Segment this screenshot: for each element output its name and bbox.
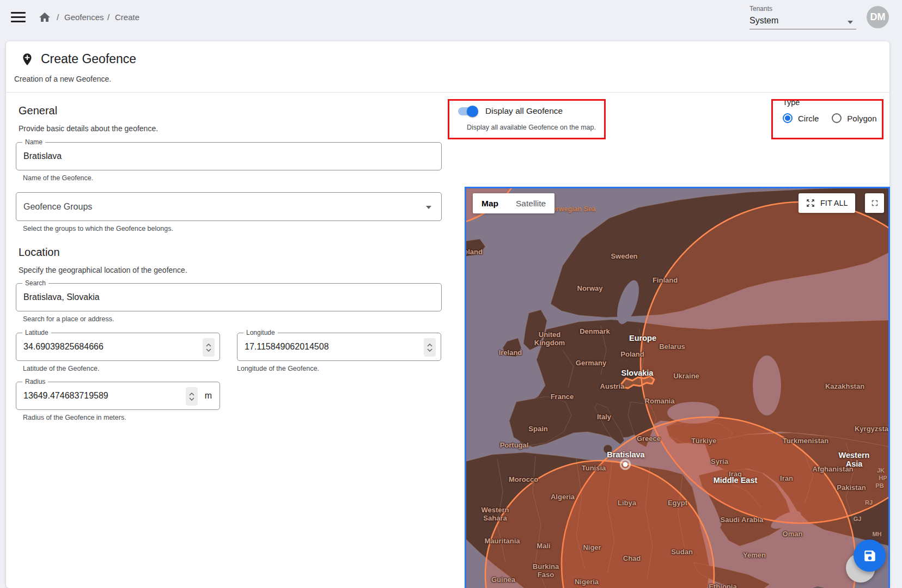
avatar[interactable]: DM — [867, 6, 889, 28]
tenant-value: System — [749, 16, 778, 26]
longitude-helper: Longitude of the Geofence. — [237, 365, 319, 372]
add-location-icon — [20, 52, 34, 66]
radius-field-label: Radius — [22, 378, 48, 385]
number-stepper[interactable] — [186, 387, 198, 406]
fit-all-button[interactable]: FIT ALL — [799, 193, 855, 213]
search-field[interactable]: Search Bratislava, Slovakia — [16, 283, 442, 311]
breadcrumb-geofences[interactable]: Geofences — [64, 13, 104, 22]
location-description: Specify the geographical location of the… — [19, 266, 442, 274]
menu-icon[interactable] — [11, 12, 26, 22]
radio-circle[interactable]: Circle — [783, 113, 819, 123]
longitude-field[interactable]: Longitude 17.115849062014508 — [237, 333, 441, 361]
create-geofence-card: Create Geofence Creation of a new Geofen… — [6, 41, 889, 588]
search-field-value: Bratislava, Slovakia — [23, 292, 100, 302]
display-all-label: Display all Geofence — [485, 106, 563, 116]
general-heading: General — [19, 105, 442, 117]
toggle-knob-icon — [467, 106, 478, 117]
geofence-groups-placeholder: Geofence Groups — [23, 202, 92, 212]
radio-icon — [783, 113, 793, 123]
map-canvas[interactable]: Norwegian SeaelandSwedenFinlandNorwayDen… — [465, 187, 890, 588]
general-description: Provide basic details about the geofence… — [19, 124, 442, 133]
radius-unit: m — [205, 391, 212, 401]
radio-polygon-label: Polygon — [847, 114, 876, 123]
satellite-tab[interactable]: Satellite — [507, 193, 554, 213]
groups-helper: Select the groups to which the Geofence … — [23, 225, 442, 232]
name-helper: Name of the Geofence. — [23, 174, 442, 182]
name-field-label: Name — [22, 138, 45, 146]
number-stepper[interactable] — [424, 338, 436, 357]
radio-icon — [832, 113, 842, 123]
name-field-value: Bratislava — [23, 151, 62, 161]
geofence-groups-select[interactable]: Geofence Groups — [16, 192, 442, 221]
display-all-helper: Display all available Geofence on the ma… — [467, 124, 610, 131]
type-block: Type Circle Polygon — [783, 98, 877, 123]
tenant-select[interactable]: System — [749, 14, 856, 29]
radio-circle-label: Circle — [798, 114, 819, 123]
longitude-field-value: 17.115849062014508 — [245, 342, 329, 352]
location-heading: Location — [19, 246, 442, 259]
fullscreen-button[interactable] — [865, 193, 884, 213]
geofence-form: General Provide basic details about the … — [16, 92, 442, 421]
fullscreen-icon — [870, 198, 880, 208]
radius-field-value: 13649.474683719589 — [23, 391, 108, 401]
map-tab[interactable]: Map — [473, 193, 507, 213]
search-field-label: Search — [22, 279, 48, 287]
latitude-field-label: Latitude — [22, 329, 51, 336]
breadcrumb-separator: / — [57, 13, 59, 22]
radius-helper: Radius of the Geofence in meters. — [23, 414, 442, 421]
map-type-control: Map Satellite — [473, 193, 554, 213]
type-label: Type — [783, 98, 877, 107]
tenants-label: Tenants — [749, 5, 772, 13]
page-subtitle: Creation of a new Geofence. — [14, 75, 111, 83]
page-title: Create Geofence — [41, 52, 136, 66]
latitude-field-value: 34.69039825684666 — [23, 342, 103, 352]
latitude-field[interactable]: Latitude 34.69039825684666 — [16, 333, 220, 361]
radius-field[interactable]: Radius 13649.474683719589 m — [16, 382, 220, 410]
name-field[interactable]: Name Bratislava — [16, 142, 442, 170]
save-fab[interactable] — [854, 540, 886, 572]
dropdown-caret-icon — [426, 206, 431, 209]
display-all-block: Display all Geofence Display all availab… — [450, 99, 610, 131]
number-stepper[interactable] — [203, 338, 215, 357]
latitude-helper: Latitude of the Geofence. — [16, 365, 237, 372]
top-bar: / Geofences / Create Tenants System DM — [0, 0, 902, 34]
zoom-out-map-icon — [806, 198, 815, 208]
display-all-toggle[interactable] — [458, 107, 478, 115]
longitude-field-label: Longitude — [243, 329, 278, 336]
fit-all-label: FIT ALL — [820, 199, 848, 207]
breadcrumb-create: Create — [115, 13, 139, 22]
save-icon — [863, 549, 877, 563]
search-helper: Search for a place or address. — [23, 315, 442, 323]
radio-polygon[interactable]: Polygon — [832, 113, 876, 123]
home-icon[interactable] — [38, 11, 51, 24]
geofence-layer — [465, 187, 890, 588]
breadcrumb-separator: / — [107, 13, 109, 22]
dropdown-caret-icon — [848, 21, 853, 24]
